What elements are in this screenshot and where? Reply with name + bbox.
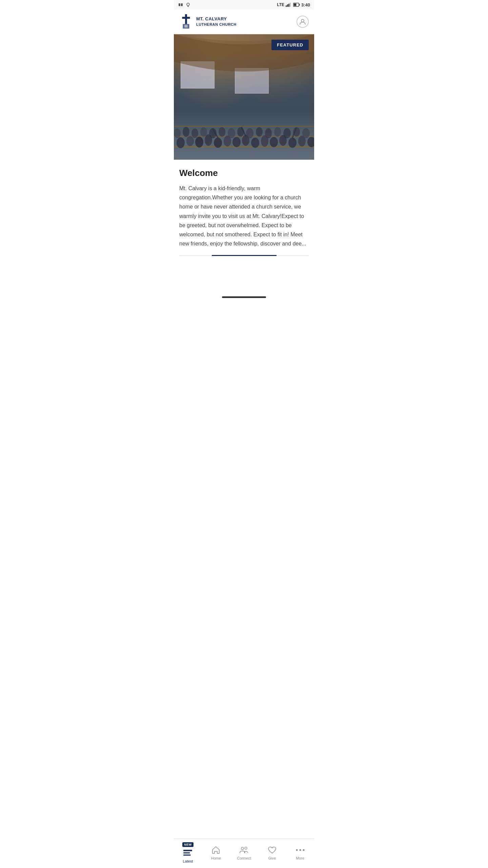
welcome-body: Mt. Calvary is a kid-friendly, warm cong… — [179, 184, 309, 248]
logo-text: MT. CALVARY LUTHERAN CHURCH — [196, 16, 237, 27]
svg-point-37 — [191, 129, 198, 138]
person-icon — [299, 18, 306, 25]
svg-rect-6 — [287, 4, 288, 7]
scroll-progress-bar — [212, 255, 277, 256]
battery-icon — [293, 3, 300, 7]
svg-point-20 — [177, 137, 185, 148]
svg-point-28 — [251, 138, 259, 148]
svg-rect-11 — [293, 4, 296, 6]
featured-badge: FEATURED — [271, 40, 309, 50]
crowd-svg — [174, 85, 314, 160]
svg-point-45 — [265, 128, 272, 138]
svg-point-46 — [274, 127, 281, 137]
svg-rect-5 — [286, 5, 287, 7]
svg-point-43 — [246, 128, 253, 138]
home-indicator — [174, 291, 314, 303]
featured-image[interactable]: FEATURED — [174, 34, 314, 160]
svg-rect-19 — [174, 126, 314, 127]
svg-point-2 — [187, 3, 189, 6]
status-right: LTE 3:40 — [277, 2, 310, 7]
svg-point-40 — [219, 127, 225, 137]
welcome-title: Welcome — [179, 168, 309, 178]
app-header: MT. CALVARY LUTHERAN CHURCH — [174, 9, 314, 34]
svg-rect-7 — [288, 4, 289, 7]
status-bar: LTE 3:40 — [174, 0, 314, 9]
home-bar — [222, 296, 266, 298]
svg-rect-13 — [182, 17, 190, 19]
svg-point-47 — [283, 128, 291, 138]
scroll-indicator — [179, 255, 309, 256]
time-display: 3:40 — [301, 2, 310, 7]
svg-point-36 — [183, 127, 189, 137]
svg-rect-12 — [185, 14, 187, 24]
svg-point-41 — [228, 128, 235, 138]
svg-point-34 — [307, 137, 314, 147]
svg-point-42 — [237, 127, 244, 137]
svg-point-44 — [256, 127, 263, 137]
svg-point-38 — [200, 127, 207, 137]
sim-icon — [178, 2, 183, 7]
svg-point-24 — [214, 138, 222, 148]
svg-rect-1 — [181, 3, 183, 6]
svg-point-32 — [288, 138, 297, 148]
logo-container: MT. CALVARY LUTHERAN CHURCH — [179, 14, 237, 30]
svg-rect-8 — [290, 3, 291, 7]
svg-rect-10 — [299, 4, 300, 6]
svg-point-21 — [186, 136, 194, 146]
svg-point-26 — [232, 137, 241, 147]
church-logo-icon — [179, 14, 193, 30]
svg-rect-15 — [184, 25, 188, 28]
status-icons-left — [178, 2, 191, 7]
svg-point-16 — [301, 19, 304, 22]
svg-rect-0 — [179, 3, 180, 6]
network-type: LTE — [277, 2, 284, 7]
svg-point-35 — [174, 129, 181, 138]
svg-point-49 — [302, 128, 310, 138]
content-area: Welcome Mt. Calvary is a kid-friendly, w… — [174, 160, 314, 264]
signal-icon — [286, 3, 292, 7]
notification-icon — [185, 2, 191, 7]
svg-point-22 — [195, 137, 203, 147]
profile-button[interactable] — [297, 16, 309, 28]
svg-point-30 — [270, 137, 278, 147]
